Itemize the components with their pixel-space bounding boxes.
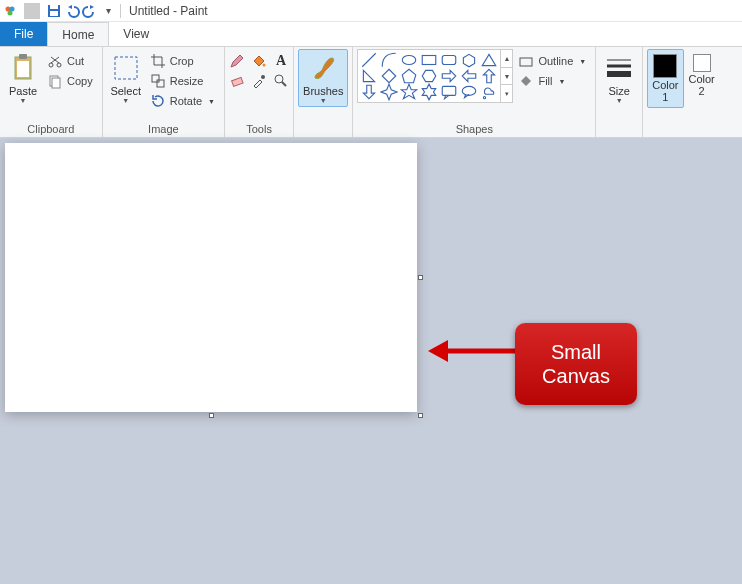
group-shapes: ▲ ▼ ▾ Outline ▼ Fill ▼ Shapes (353, 47, 596, 137)
workspace[interactable]: Small Canvas (0, 138, 742, 584)
shape-oval[interactable] (400, 52, 418, 68)
paste-button[interactable]: Paste ▼ (4, 49, 42, 107)
svg-rect-22 (443, 56, 457, 65)
svg-point-10 (57, 63, 61, 67)
shapes-row-up[interactable]: ▲ (501, 50, 512, 67)
tab-file[interactable]: File (0, 22, 47, 46)
shape-arrow-down[interactable] (360, 84, 378, 100)
redo-icon[interactable] (82, 3, 98, 19)
svg-point-2 (8, 10, 13, 15)
tab-home[interactable]: Home (47, 22, 109, 46)
annotation-callout: Small Canvas (515, 323, 637, 405)
shape-pentagon[interactable] (400, 68, 418, 84)
rotate-icon (150, 93, 166, 109)
copy-icon (47, 73, 63, 89)
resize-icon (150, 73, 166, 89)
brushes-button[interactable]: Brushes ▼ (298, 49, 348, 107)
shape-callout-oval[interactable] (460, 84, 478, 100)
shape-callout-rect[interactable] (440, 84, 458, 100)
shape-hexagon[interactable] (420, 68, 438, 84)
pencil-tool[interactable] (229, 53, 245, 69)
svg-rect-23 (443, 86, 457, 95)
chevron-down-icon: ▼ (208, 98, 215, 105)
shape-callout-cloud[interactable] (480, 84, 498, 100)
select-button[interactable]: Select ▼ (107, 49, 145, 107)
outline-button[interactable]: Outline ▼ (513, 51, 591, 71)
chevron-down-icon: ▼ (616, 97, 623, 104)
fill-button[interactable]: Fill ▼ (513, 71, 591, 91)
divider (120, 4, 121, 18)
resize-handle-corner[interactable] (418, 413, 423, 418)
chevron-down-icon: ▼ (20, 97, 27, 104)
group-image: Select ▼ Crop Resize Rotate ▼ Image (103, 47, 225, 137)
title-bar: ▾ Untitled - Paint (0, 0, 742, 22)
customize-qat-icon[interactable]: ▾ (100, 3, 116, 19)
crop-icon (150, 53, 166, 69)
color1-button[interactable]: Color 1 (647, 49, 683, 108)
resize-handle-right[interactable] (418, 275, 423, 280)
group-brushes: Brushes ▼ (294, 47, 353, 137)
shape-rtriangle[interactable] (360, 68, 378, 84)
shape-arrow-right[interactable] (440, 68, 458, 84)
shape-star4[interactable] (380, 84, 398, 100)
save-icon[interactable] (46, 3, 62, 19)
clipboard-icon (7, 52, 39, 84)
shape-curve[interactable] (380, 52, 398, 68)
svg-rect-17 (232, 77, 243, 86)
shape-rect[interactable] (420, 52, 438, 68)
fill-icon (518, 73, 534, 89)
svg-point-24 (463, 86, 477, 95)
resize-button[interactable]: Resize (145, 71, 220, 91)
svg-rect-15 (157, 80, 164, 87)
shape-arrow-up[interactable] (480, 68, 498, 84)
brush-icon (307, 52, 339, 84)
shapes-row-down[interactable]: ▼ (501, 67, 512, 85)
svg-rect-26 (520, 58, 532, 66)
svg-point-25 (484, 97, 486, 99)
svg-point-19 (275, 75, 283, 83)
size-button[interactable]: Size ▼ (600, 49, 638, 107)
chevron-down-icon: ▼ (122, 97, 129, 104)
scissors-icon (47, 53, 63, 69)
ribbon-tabs: File Home View (0, 22, 742, 46)
shape-triangle[interactable] (480, 52, 498, 68)
copy-button[interactable]: Copy (42, 71, 98, 91)
svg-rect-12 (52, 78, 60, 88)
resize-handle-bottom[interactable] (209, 413, 214, 418)
group-tools: A Tools (225, 47, 294, 137)
selection-icon (110, 52, 142, 84)
rotate-button[interactable]: Rotate ▼ (145, 91, 220, 111)
svg-rect-21 (423, 56, 437, 65)
shape-polygon[interactable] (460, 52, 478, 68)
shape-star6[interactable] (420, 84, 438, 100)
shape-diamond[interactable] (380, 68, 398, 84)
canvas[interactable] (5, 143, 417, 412)
cut-button[interactable]: Cut (42, 51, 98, 71)
magnifier-tool[interactable] (273, 73, 289, 89)
stroke-size-icon (603, 52, 635, 84)
svg-rect-4 (50, 5, 58, 9)
svg-point-16 (263, 64, 266, 67)
shape-star5[interactable] (400, 84, 418, 100)
fill-tool[interactable] (251, 53, 267, 69)
window-title: Untitled - Paint (129, 4, 208, 18)
color2-swatch (693, 54, 711, 72)
shapes-expand[interactable]: ▾ (501, 84, 512, 102)
shape-roundrect[interactable] (440, 52, 458, 68)
tab-view[interactable]: View (109, 22, 163, 46)
color2-button[interactable]: Color 2 (684, 49, 720, 102)
chevron-down-icon: ▼ (558, 78, 565, 85)
shape-arrow-left[interactable] (460, 68, 478, 84)
svg-rect-7 (19, 54, 27, 59)
picker-tool[interactable] (251, 73, 267, 89)
annotation-arrow (428, 336, 518, 366)
undo-icon[interactable] (64, 3, 80, 19)
svg-rect-8 (17, 61, 29, 77)
shape-line[interactable] (360, 52, 378, 68)
chevron-down-icon: ▼ (579, 58, 586, 65)
text-tool[interactable]: A (273, 53, 289, 69)
svg-point-9 (49, 63, 53, 67)
crop-button[interactable]: Crop (145, 51, 220, 71)
svg-rect-14 (152, 75, 159, 82)
eraser-tool[interactable] (229, 73, 245, 89)
